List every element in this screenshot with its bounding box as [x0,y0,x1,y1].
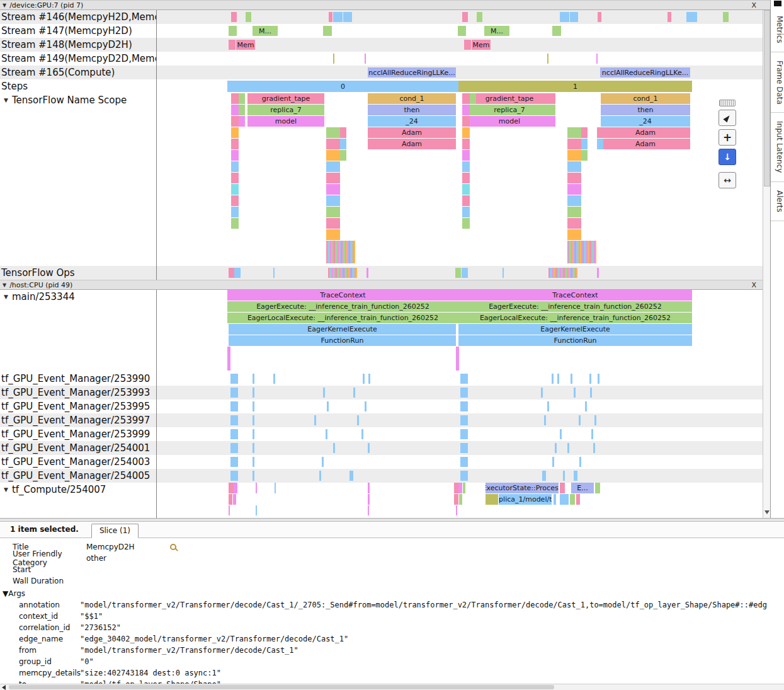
trace-event[interactable] [353,388,355,398]
trace-event[interactable] [343,12,352,22]
trace-event[interactable] [579,415,581,425]
trace-event[interactable] [579,457,581,467]
trace-event[interactable] [326,195,340,206]
trace-event-24[interactable]: _24 [601,116,690,127]
trace-event[interactable] [547,54,548,64]
collapse-arrow-icon[interactable]: ▼ [4,294,8,300]
side-tab-input-latency[interactable]: Input Latency [771,113,784,181]
trace-event[interactable] [365,401,366,411]
trace-event[interactable] [567,229,581,240]
trace-event[interactable] [246,12,251,22]
trace-event[interactable] [594,415,596,425]
trace-event[interactable] [477,12,482,22]
trace-event[interactable] [253,388,254,398]
trace-event[interactable] [229,26,237,36]
trace-event[interactable] [541,388,543,398]
trace-event[interactable] [567,241,596,263]
trace-event[interactable] [230,429,238,439]
trace-event[interactable] [256,483,257,493]
trace-event[interactable] [253,457,254,467]
trace-event[interactable] [590,388,592,398]
side-tab-alerts[interactable]: Alerts [771,182,784,221]
trace-event[interactable] [231,127,239,138]
trace-event[interactable] [231,93,239,104]
trace-event-replica-7[interactable]: replica_7 [463,105,555,115]
trace-event[interactable] [460,443,468,453]
trace-event[interactable] [456,505,457,515]
trace-event[interactable] [229,268,234,278]
trace-event[interactable] [368,483,370,493]
trace-event-adam[interactable]: Adam [368,139,456,149]
trace-event[interactable] [230,388,238,398]
trace-event[interactable] [326,184,340,195]
trace-event[interactable] [349,471,353,481]
trace-event[interactable] [253,443,254,453]
trace-event[interactable] [253,374,254,384]
scroll-down-button[interactable] [763,508,770,517]
trace-event-mem[interactable]: Mem [472,40,491,50]
trace-event[interactable] [323,388,325,398]
trace-event-executorstate-process[interactable]: ExecutorState::Process [486,483,559,493]
collapse-arrow-icon[interactable]: ▼ [3,3,6,8]
trace-event[interactable] [365,54,366,64]
trace-event[interactable] [363,374,365,384]
collapse-arrow-icon[interactable]: ▼ [4,486,8,493]
trace-event-replica-1-model-t[interactable]: replica_1/model/t... [499,494,552,505]
trace-event[interactable] [544,415,546,425]
trace-event[interactable] [230,471,238,481]
trace-event[interactable] [589,374,591,384]
trace-event[interactable] [567,173,581,183]
trace-event[interactable] [686,12,697,22]
trace-event[interactable] [552,457,554,467]
trace-event[interactable] [570,494,575,505]
trace-event[interactable] [470,93,476,104]
trace-event[interactable] [567,207,581,217]
trace-event[interactable] [273,374,275,384]
trace-event[interactable] [230,457,238,467]
collapse-arrow-icon[interactable]: ▼ [3,282,6,288]
trace-event[interactable] [585,401,587,411]
trace-event[interactable] [368,443,370,453]
trace-event[interactable] [462,150,470,161]
trace-event[interactable] [322,457,324,467]
trace-event[interactable] [458,26,466,36]
close-button[interactable]: X [751,1,756,9]
trace-event[interactable] [458,483,462,493]
trace-event-cond-1[interactable]: cond_1 [601,93,690,104]
trace-event[interactable] [333,54,334,64]
trace-event[interactable] [567,195,581,206]
trace-event[interactable] [462,195,470,206]
trace-event[interactable] [597,127,603,138]
trace-event[interactable] [231,218,239,229]
trace-event[interactable] [460,457,468,467]
trace-event[interactable] [598,374,599,384]
trace-event[interactable] [231,161,239,172]
trace-event[interactable] [275,483,276,493]
trace-event[interactable] [323,26,332,36]
trace-event[interactable] [230,443,238,453]
trace-event[interactable] [340,150,346,161]
trace-event[interactable] [576,494,580,505]
trace-event-then[interactable]: then [368,105,456,115]
trace-event[interactable] [229,483,234,493]
trace-event[interactable] [229,505,230,515]
side-tab-frame-data[interactable]: Frame Data [771,52,784,113]
trace-event[interactable] [462,93,470,104]
trace-event[interactable] [462,12,468,22]
trace-event[interactable] [598,12,601,22]
trace-event[interactable] [567,184,581,195]
trace-event[interactable] [554,494,556,505]
trace-event[interactable] [464,40,471,50]
trace-event-0[interactable]: 0 [227,81,458,92]
trace-event[interactable] [329,12,332,22]
trace-event[interactable] [567,161,581,172]
trace-event[interactable] [231,207,239,217]
trace-event-replica-7[interactable]: replica_7 [247,105,324,115]
trace-event[interactable] [230,415,238,425]
palette-grip-handle[interactable] [719,100,736,106]
trace-event[interactable] [231,116,239,127]
trace-event[interactable] [462,268,468,278]
trace-event[interactable] [326,218,340,229]
trace-event[interactable] [253,471,254,481]
trace-event-functionrun[interactable]: FunctionRun [458,335,692,346]
